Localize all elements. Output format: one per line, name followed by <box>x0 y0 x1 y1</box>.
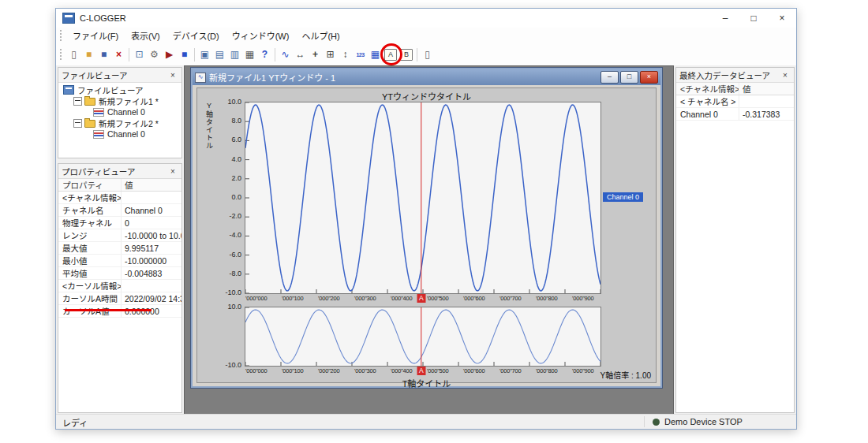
yt-window-icon[interactable]: ∿ <box>278 47 293 62</box>
main-plot[interactable]: A <box>245 102 601 294</box>
tree-file2[interactable]: 新規ファイル2 * <box>58 117 181 128</box>
x-tick-label: '000"700 <box>499 367 522 374</box>
device-connect-icon[interactable]: ⊡ <box>132 47 147 62</box>
menubar: ファイル(F)表示(V)デバイス(D)ウィンドウ(W)ヘルプ(H) <box>56 28 796 44</box>
root-icon <box>63 85 74 95</box>
x-tick-label: '000"100 <box>281 295 304 302</box>
table-cell-value: 2022/09/02 14:3... <box>122 292 181 304</box>
stop-record-icon[interactable]: ■ <box>177 47 192 62</box>
close-button[interactable]: × <box>768 9 796 28</box>
cursor-a-marker-main[interactable]: A <box>417 294 425 303</box>
menu-window[interactable]: ウィンドウ(W) <box>226 29 296 42</box>
open-file-icon[interactable]: ■ <box>81 47 96 62</box>
table-cell-value: 9.995117 <box>122 242 181 254</box>
file-viewer-close-icon[interactable]: × <box>167 71 178 80</box>
last-data-viewer-header[interactable]: 最終入力データビューア × <box>676 68 794 83</box>
table-cell-label: カーソルA時間 <box>58 292 122 304</box>
cursor-b-icon[interactable]: B <box>400 49 413 61</box>
y-tick-label: 10.0 <box>227 303 241 311</box>
expander-icon[interactable] <box>73 119 82 128</box>
minimize-button[interactable]: – <box>711 9 739 28</box>
x-tick-label: '000"900 <box>571 295 594 302</box>
table-header: <チャネル情報>値 <box>676 83 794 95</box>
y-axis-title: Y軸タイトル <box>204 102 215 292</box>
property-row[interactable]: カーソルA時間2022/09/02 14:3... <box>58 292 181 305</box>
x-tick-label: '000"200 <box>317 367 340 374</box>
menu-file[interactable]: ファイル(F) <box>66 29 125 42</box>
x-tick-label: '000"100 <box>281 367 304 374</box>
tree-file1-channel0[interactable]: Channel 0 <box>58 106 181 117</box>
maximize-button[interactable]: □ <box>739 9 768 28</box>
x-tick-label: '000"200 <box>317 295 340 302</box>
menu-view[interactable]: 表示(V) <box>125 29 166 42</box>
tree-label: Channel 0 <box>107 107 145 117</box>
x-tick-label: '000"500 <box>426 367 449 374</box>
data-view-icon[interactable]: ▯ <box>420 47 435 62</box>
menu-help[interactable]: ヘルプ(H) <box>295 29 346 42</box>
menubar-grip[interactable] <box>60 30 62 41</box>
property-row[interactable]: チャネル名Channel 0 <box>58 204 181 217</box>
digital-values-icon[interactable]: 123 <box>353 47 368 62</box>
table-cell-label: 平均値 <box>58 267 122 279</box>
channel-legend-tag[interactable]: Channel 0 <box>603 192 643 202</box>
property-row[interactable]: 最小値-10.000000 <box>58 255 181 267</box>
fit-horizontal-icon[interactable]: ↔ <box>293 47 308 62</box>
tree-root[interactable]: ファイルビューア <box>58 84 181 95</box>
menu-device[interactable]: デバイス(D) <box>166 29 226 42</box>
property-row[interactable]: 平均値-0.004883 <box>58 267 181 280</box>
cascade-windows-icon[interactable]: ▣ <box>197 47 212 62</box>
grid-icon[interactable]: ▦ <box>368 47 383 62</box>
property-row[interactable]: 物理チャネル0 <box>58 217 181 229</box>
cursor-a-marker-overview[interactable]: A <box>417 367 425 375</box>
device-setting-icon[interactable]: ⚙ <box>147 47 162 62</box>
tile-horizontal-icon[interactable]: ▤ <box>212 47 227 62</box>
chart-title: YTウィンドウタイトル <box>197 90 656 102</box>
tile-vertical-icon[interactable]: ▥ <box>227 47 242 62</box>
pan-icon[interactable]: + <box>308 47 323 62</box>
property-viewer-close-icon[interactable]: × <box>167 167 178 176</box>
data-row[interactable]: < チャネル名 > <box>676 95 794 108</box>
property-row[interactable]: レンジ-10.0000 to 10.0... <box>58 229 181 242</box>
property-row[interactable]: カーソルA値0.000000 <box>58 305 181 318</box>
table-header-cell: 値 <box>122 179 181 191</box>
zoom-box-icon[interactable]: ⊞ <box>323 47 338 62</box>
yt-window: 新規ファイル1 YTウィンドウ - 1 – □ × YTウィンドウタイトル Y軸… <box>191 68 662 388</box>
property-row[interactable]: <カーソル情報> <box>58 280 181 292</box>
delete-icon[interactable]: × <box>111 47 126 62</box>
cursor-a-icon[interactable]: A <box>384 49 397 61</box>
property-viewer-header[interactable]: プロパティビューア × <box>58 164 181 179</box>
table-cell-label: <カーソル情報> <box>58 280 122 292</box>
overview-plot[interactable]: A <box>245 307 601 367</box>
start-record-icon[interactable]: ▶ <box>162 47 177 62</box>
tree-file1[interactable]: 新規ファイル1 * <box>58 95 181 106</box>
yt-window-titlebar[interactable]: 新規ファイル1 YTウィンドウ - 1 – □ × <box>193 69 660 85</box>
table-cell-label: カーソルA値 <box>58 305 122 317</box>
data-row[interactable]: Channel 0-0.317383 <box>676 108 794 121</box>
t-axis-title: T軸タイトル <box>197 377 656 389</box>
tree-file2-channel0[interactable]: Channel 0 <box>58 128 181 140</box>
titlebar[interactable]: C-LOGGER – □ × <box>56 9 796 28</box>
fit-vertical-icon[interactable]: ↕ <box>338 47 353 62</box>
last-data-table: <チャネル情報>値< チャネル名 >Channel 0-0.317383 <box>676 83 794 121</box>
new-file-icon[interactable]: ▯ <box>66 47 81 62</box>
last-data-viewer-close-icon[interactable]: × <box>780 71 791 80</box>
table-cell-label: 最小値 <box>58 255 122 266</box>
yt-minimize-button[interactable]: – <box>600 71 619 84</box>
workspace: ファイルビューア × ファイルビューア新規ファイル1 *Channel 0新規フ… <box>56 65 796 415</box>
property-row[interactable]: 最大値9.995117 <box>58 242 181 255</box>
expander-icon[interactable] <box>73 97 82 106</box>
y-tick-label: 8.0 <box>231 117 241 125</box>
property-row[interactable]: <チャネル情報> <box>58 192 181 204</box>
app-title: C-LOGGER <box>80 13 126 23</box>
x-tick-label: '000"700 <box>499 295 522 302</box>
save-file-icon[interactable]: ■ <box>96 47 111 62</box>
yt-close-button[interactable]: × <box>640 71 658 84</box>
help-icon[interactable]: ? <box>257 47 272 62</box>
yt-maximize-button[interactable]: □ <box>620 71 638 84</box>
y-tick-label: -10.0 <box>225 289 241 296</box>
file-viewer-header[interactable]: ファイルビューア × <box>58 68 181 83</box>
toolbar-grip[interactable] <box>60 49 62 60</box>
print-icon[interactable]: ▦ <box>242 47 257 62</box>
tree-label: Channel 0 <box>107 129 145 139</box>
x-tick-label: '000"300 <box>354 295 376 302</box>
